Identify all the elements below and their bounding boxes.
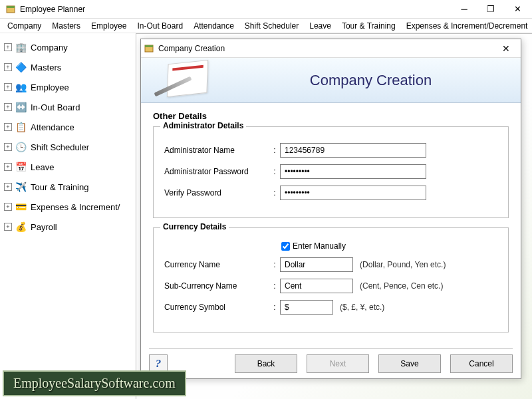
dialog-header: Company Creation: [141, 58, 521, 103]
dialog-close-button[interactable]: ✕: [494, 41, 518, 57]
verify-password-label: Verify Password: [164, 188, 269, 198]
close-button[interactable]: ✕: [504, 0, 531, 19]
plus-icon: +: [4, 63, 12, 71]
menubar: Company Masters Employee In-Out Board At…: [0, 19, 532, 33]
menu-expenses[interactable]: Expenses & Increment/Decrement: [402, 20, 532, 32]
fieldset-legend: Currency Details: [160, 222, 229, 231]
sidebar-item-company[interactable]: +🏢Company: [3, 37, 133, 57]
sidebar-item-shift[interactable]: +🕒Shift Scheduler: [3, 137, 133, 157]
sidebar-item-expenses[interactable]: +💳Expenses & Increment/: [3, 197, 133, 217]
menu-attendance[interactable]: Attendance: [189, 20, 239, 32]
maximize-button[interactable]: ❐: [477, 0, 504, 19]
sidebar-item-leave[interactable]: +📅Leave: [3, 157, 133, 177]
sidebar-item-label: Attendance: [31, 122, 74, 132]
administrator-details-fieldset: Administrator Details Administrator Name…: [153, 126, 509, 218]
currency-details-fieldset: Currency Details Enter Manually Currency…: [153, 227, 509, 332]
currency-symbol-input[interactable]: [280, 300, 333, 315]
sidebar-item-label: Masters: [31, 63, 61, 72]
sidebar-item-label: Company: [31, 43, 68, 53]
plus-icon: +: [4, 43, 12, 51]
enter-manually-label: Enter Manually: [293, 241, 346, 251]
sidebar-item-label: Expenses & Increment/: [31, 202, 120, 212]
plus-icon: +: [4, 143, 12, 151]
notepad-icon: [141, 58, 241, 103]
sidebar-item-label: Leave: [31, 162, 54, 172]
menu-employee[interactable]: Employee: [86, 20, 131, 32]
sidebar-item-label: Payroll: [31, 222, 57, 232]
sub-currency-input[interactable]: [280, 279, 353, 293]
admin-password-label: Administrator Password: [164, 167, 269, 176]
dialog-heading: Company Creation: [241, 72, 521, 89]
window-title: Employee Planner: [20, 5, 451, 14]
save-button[interactable]: Save: [378, 354, 441, 373]
svg-rect-1: [7, 6, 15, 8]
cancel-button[interactable]: Cancel: [450, 354, 513, 373]
plus-icon: +: [4, 83, 12, 91]
sidebar-item-attendance[interactable]: +📋Attendance: [3, 117, 133, 137]
currency-symbol-hint: ($, £, ¥, etc.): [340, 303, 384, 312]
admin-password-input[interactable]: [280, 164, 426, 179]
currency-name-label: Currency Name: [164, 260, 269, 269]
dialog-icon: [144, 43, 154, 54]
plus-icon: +: [4, 223, 12, 231]
fieldset-legend: Administrator Details: [160, 121, 246, 130]
sidebar-item-inout[interactable]: +↔️In-Out Board: [3, 97, 133, 117]
company-creation-dialog: Company Creation ✕ Company Creation Othe…: [140, 39, 521, 379]
dialog-body: Other Details Administrator Details Admi…: [141, 103, 521, 332]
menu-shift[interactable]: Shift Scheduler: [240, 20, 303, 32]
window-titlebar: Employee Planner ─ ❐ ✕: [0, 0, 532, 19]
sub-currency-label: Sub-Currency Name: [164, 281, 269, 291]
plus-icon: +: [4, 183, 12, 191]
sidebar-item-label: Shift Scheduler: [31, 142, 89, 152]
card-icon: 💳: [15, 201, 27, 213]
sidebar-item-masters[interactable]: +🔷Masters: [3, 57, 133, 77]
coins-icon: 💰: [15, 221, 27, 233]
admin-name-label: Administrator Name: [164, 146, 269, 155]
currency-name-hint: (Dollar, Pound, Yen etc.): [360, 260, 446, 269]
sidebar-item-label: Employee: [31, 82, 69, 92]
sidebar-item-tour[interactable]: +✈️Tour & Training: [3, 177, 133, 197]
currency-symbol-label: Currency Symbol: [164, 303, 269, 312]
currency-name-input[interactable]: [280, 257, 353, 272]
back-button[interactable]: Back: [235, 354, 297, 373]
enter-manually-checkbox[interactable]: [281, 242, 290, 251]
menu-tour[interactable]: Tour & Training: [337, 20, 400, 32]
employee-icon: 👥: [15, 81, 27, 93]
plus-icon: +: [4, 123, 12, 131]
company-icon: 🏢: [15, 41, 27, 53]
sidebar-item-employee[interactable]: +👥Employee: [3, 77, 133, 97]
calendar-icon: 📅: [15, 161, 27, 173]
minimize-button[interactable]: ─: [451, 0, 477, 19]
plus-icon: +: [4, 203, 12, 211]
watermark: EmployeeSalarySoftware.com: [3, 370, 186, 396]
menu-inout[interactable]: In-Out Board: [132, 20, 188, 32]
inout-icon: ↔️: [15, 101, 27, 113]
sub-currency-hint: (Cent, Pence, Cen etc.): [360, 281, 443, 291]
app-icon: [5, 4, 16, 15]
masters-icon: 🔷: [15, 61, 27, 73]
svg-rect-3: [145, 45, 153, 47]
plane-icon: ✈️: [15, 181, 27, 193]
menu-masters[interactable]: Masters: [47, 20, 85, 32]
sidebar-item-label: Tour & Training: [31, 182, 88, 192]
next-button: Next: [307, 354, 369, 373]
section-title: Other Details: [153, 111, 509, 121]
dialog-footer: ? Back Next Save Cancel: [149, 348, 513, 373]
plus-icon: +: [4, 163, 12, 171]
dialog-titlebar: Company Creation ✕: [141, 39, 521, 58]
sidebar-item-payroll[interactable]: +💰Payroll: [3, 217, 133, 237]
menu-leave[interactable]: Leave: [305, 20, 336, 32]
sidebar-item-label: In-Out Board: [31, 102, 80, 112]
menu-company[interactable]: Company: [3, 20, 46, 32]
verify-password-input[interactable]: [280, 186, 426, 200]
dialog-title: Company Creation: [158, 44, 494, 53]
admin-name-input[interactable]: [280, 143, 426, 158]
attendance-icon: 📋: [15, 121, 27, 133]
plus-icon: +: [4, 103, 12, 111]
sidebar: +🏢Company +🔷Masters +👥Employee +↔️In-Out…: [0, 33, 136, 399]
clock-icon: 🕒: [15, 141, 27, 153]
